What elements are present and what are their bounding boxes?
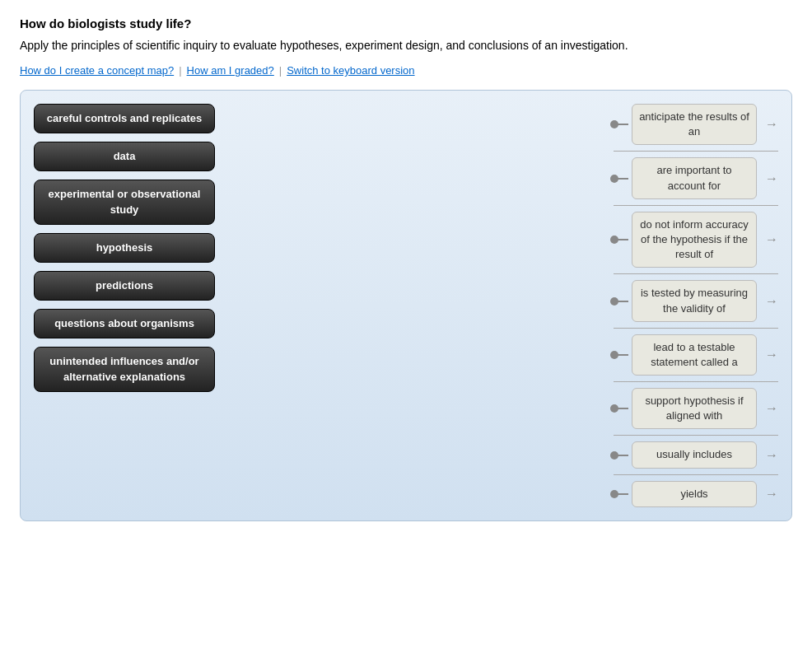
arrow-right-5: → [760, 348, 778, 362]
divider-6 [614, 435, 778, 436]
connector-left-8 [614, 493, 628, 495]
keyboard-version-link[interactable]: Switch to keyboard version [287, 64, 414, 77]
relation-box-is-tested[interactable]: is tested by measuring the validity of [632, 280, 757, 321]
drop-zone[interactable] [231, 104, 605, 507]
page-description: Apply the principles of scientific inqui… [20, 37, 792, 54]
how-graded-link[interactable]: How am I graded? [187, 64, 274, 77]
connector-left-7 [614, 455, 628, 456]
arrow-right-7: → [760, 448, 778, 463]
page-title: How do biologists study life? [20, 16, 792, 30]
divider-5 [614, 381, 778, 382]
relation-item-lead-to-testable: lead to a testable statement called a → [614, 334, 778, 376]
concept-item-hypothesis[interactable]: hypothesis [34, 233, 215, 263]
arrow-right-3: → [760, 232, 778, 247]
connector-left-2 [614, 178, 628, 180]
connector-left-1 [614, 124, 628, 125]
connector-left-4 [614, 301, 628, 302]
relation-item-support-hypothesis: support hypothesis if aligned with → [614, 388, 778, 429]
relation-item-are-important: are important to account for → [614, 157, 778, 198]
arrow-right-4: → [760, 294, 778, 309]
connector-left-5 [614, 354, 628, 356]
right-panel: anticipate the results of an → are impor… [605, 104, 778, 507]
relation-box-anticipate-results[interactable]: anticipate the results of an [632, 104, 757, 145]
relation-item-usually-includes: usually includes → [614, 441, 778, 468]
create-concept-map-link[interactable]: How do I create a concept map? [20, 64, 174, 77]
separator-2: | [279, 64, 282, 77]
divider-4 [614, 328, 778, 329]
links-row: How do I create a concept map? | How am … [20, 64, 792, 77]
arrow-right-8: → [760, 487, 778, 502]
connector-left-3 [614, 239, 628, 240]
relation-item-is-tested: is tested by measuring the validity of → [614, 280, 778, 321]
divider-7 [614, 474, 778, 475]
concept-item-unintended-influences[interactable]: unintended influences and/or alternative… [34, 347, 215, 391]
concept-item-questions-about-organisms[interactable]: questions about organisms [34, 309, 215, 338]
relation-box-do-not-inform[interactable]: do not inform accuracy of the hypothesis… [632, 212, 757, 268]
arrow-right-1: → [760, 117, 778, 132]
relation-box-support-hypothesis[interactable]: support hypothesis if aligned with [632, 388, 757, 429]
relation-box-usually-includes[interactable]: usually includes [632, 441, 757, 468]
concept-map-container: careful controls and replicates data exp… [20, 90, 792, 521]
connector-left-6 [614, 408, 628, 409]
arrow-right-2: → [760, 171, 778, 186]
separator-1: | [179, 64, 181, 77]
divider-2 [614, 205, 778, 206]
arrow-right-6: → [760, 401, 778, 416]
relation-box-yields[interactable]: yields [632, 481, 757, 507]
divider-1 [614, 151, 778, 152]
relation-item-do-not-inform: do not inform accuracy of the hypothesis… [614, 212, 778, 268]
concept-item-careful-controls[interactable]: careful controls and replicates [34, 104, 215, 133]
concept-item-data[interactable]: data [34, 142, 215, 171]
concept-item-experimental-observational[interactable]: experimental or observational study [34, 180, 215, 224]
concept-item-predictions[interactable]: predictions [34, 271, 215, 301]
relation-item-anticipate-results: anticipate the results of an → [614, 104, 778, 145]
relation-item-yields: yields → [614, 481, 778, 507]
left-panel: careful controls and replicates data exp… [34, 104, 231, 507]
divider-3 [614, 273, 778, 274]
relation-box-are-important[interactable]: are important to account for [632, 157, 757, 198]
relation-box-lead-to-testable[interactable]: lead to a testable statement called a [632, 334, 757, 376]
